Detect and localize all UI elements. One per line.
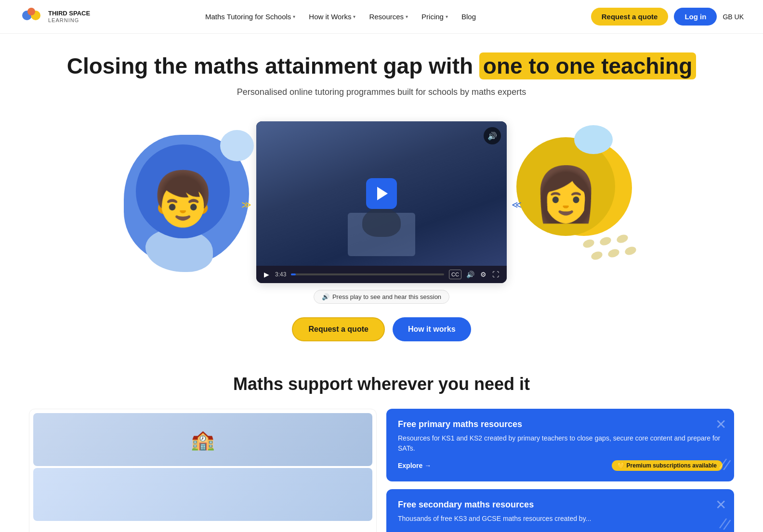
svg-point-8 [624, 246, 637, 257]
nav-how-it-works[interactable]: How it Works ▾ [309, 13, 355, 21]
cta-how-it-works-button[interactable]: How it works [393, 317, 471, 341]
svg-point-3 [582, 238, 595, 249]
primary-card-title: Free primary maths resources [398, 419, 723, 429]
logo-icon [19, 5, 43, 29]
primary-explore-link[interactable]: Explore → [398, 462, 431, 469]
logo-line1: THIRD SPACE [48, 10, 90, 17]
student-avatar-circle: 👦 [136, 144, 230, 238]
logo[interactable]: THIRD SPACE LEARNING [19, 5, 90, 29]
nav-request-quote-button[interactable]: Request a quote [591, 8, 669, 26]
chevron-down-icon: ▾ [353, 14, 355, 19]
student-silhouette: 👦 [150, 172, 216, 225]
svg-point-2 [27, 8, 35, 15]
video-player: 🔊 ▶ 3:43 CC 🔊 ⚙ ⛶ [256, 121, 507, 283]
heart-icon: 💛 [618, 462, 625, 469]
hero-title: Closing the maths attainment gap with on… [10, 53, 753, 79]
nav-links: Maths Tutoring for Schools ▾ How it Work… [205, 13, 476, 21]
support-grid: 🏫 One to one tutoring trusted by schools… [29, 409, 734, 532]
hero-section: Closing the maths attainment gap with on… [0, 34, 763, 121]
svg-point-7 [607, 248, 620, 259]
tutoring-images: 🏫 [29, 409, 376, 525]
svg-point-6 [590, 250, 604, 261]
video-volume-button[interactable]: 🔊 [465, 270, 475, 279]
nav-resources[interactable]: Resources ▾ [369, 13, 408, 21]
video-play-control-button[interactable]: ▶ [263, 270, 270, 279]
tutoring-image-bottom [33, 468, 372, 521]
navbar: THIRD SPACE LEARNING Maths Tutoring for … [0, 0, 763, 34]
support-section-title: Maths support wherever you need it [29, 374, 734, 394]
video-play-button[interactable] [366, 178, 397, 209]
video-settings-button[interactable]: ⚙ [479, 270, 487, 279]
logo-text: THIRD SPACE LEARNING [48, 10, 90, 23]
cta-buttons: Request a quote How it works [0, 317, 763, 341]
tutoring-card: 🏫 One to one tutoring trusted by schools… [29, 409, 377, 532]
dots-decoration [579, 234, 642, 270]
press-play-hint: 🔊 Press play to see and hear this sessio… [314, 290, 449, 304]
plus-decoration-icon: ✕ [715, 416, 726, 432]
teacher-silhouette: 👩 [533, 168, 599, 221]
video-controls-bar: ▶ 3:43 CC 🔊 ⚙ ⛶ [256, 266, 507, 283]
video-volume-top-button[interactable]: 🔊 [484, 127, 501, 144]
logo-line2: LEARNING [48, 17, 90, 23]
hero-subtitle: Personalised online tutoring programmes … [10, 87, 753, 97]
secondary-resources-card: ✕ Free secondary maths resources Thousan… [386, 489, 734, 532]
video-cc-button[interactable]: CC [449, 270, 461, 279]
sparkle-left: ≫ [241, 199, 251, 210]
support-section: Maths support wherever you need it 🏫 One… [0, 355, 763, 532]
nav-maths-tutoring[interactable]: Maths Tutoring for Schools ▾ [205, 13, 295, 21]
svg-point-4 [599, 236, 612, 247]
nav-actions: Request a quote Log in GB UK [591, 8, 744, 26]
premium-badge: 💛 Premium subscriptions available [612, 460, 723, 471]
hand-shape [362, 208, 401, 237]
tutoring-text-area: One to one tutoring trusted by schools P… [29, 525, 376, 532]
speaker-icon: 🔊 [322, 293, 329, 300]
sparkle-right: ≪ [512, 199, 522, 210]
video-progress-fill [291, 273, 296, 275]
video-progress-bar[interactable] [291, 273, 444, 275]
play-triangle-icon [377, 187, 388, 200]
primary-resources-card: ✕ Free primary maths resources Resources… [386, 409, 734, 481]
video-section: 👦 ≫ 🔊 ▶ 3:43 C [92, 121, 671, 283]
cta-request-quote-button[interactable]: Request a quote [292, 317, 384, 341]
chevron-down-icon: ▾ [293, 14, 295, 19]
arrow-right-icon: → [424, 462, 431, 469]
resource-cards: ✕ Free primary maths resources Resources… [386, 409, 734, 532]
primary-card-desc: Resources for KS1 and KS2 created by pri… [398, 433, 723, 454]
nav-blog[interactable]: Blog [461, 13, 476, 21]
video-fullscreen-button[interactable]: ⛶ [491, 270, 500, 279]
nav-login-button[interactable]: Log in [674, 8, 717, 26]
chevron-down-icon: ▾ [406, 14, 408, 19]
blob-light-top-right [574, 125, 613, 154]
video-time: 3:43 [275, 271, 286, 278]
slash-decoration: // [718, 455, 732, 475]
video-control-icons: CC 🔊 ⚙ ⛶ [449, 270, 500, 279]
chevron-down-icon: ▾ [446, 14, 448, 19]
secondary-card-desc: Thousands of free KS3 and GCSE maths res… [398, 514, 723, 524]
secondary-card-title: Free secondary maths resources [398, 500, 723, 510]
teacher-image-right: 👩 ≪ [507, 130, 642, 274]
svg-point-5 [616, 234, 629, 245]
volume-icon: 🔊 [487, 131, 497, 141]
locale-selector[interactable]: GB UK [723, 13, 744, 21]
nav-pricing[interactable]: Pricing ▾ [421, 13, 448, 21]
primary-card-footer: Explore → 💛 Premium subscriptions availa… [398, 460, 723, 471]
blob-sky [220, 130, 254, 161]
video-thumbnail: 🔊 [256, 121, 507, 266]
press-play-area: 🔊 Press play to see and hear this sessio… [0, 283, 763, 304]
tutoring-image-top: 🏫 [33, 413, 372, 466]
student-image-left: 👦 ≫ [121, 130, 256, 274]
classroom-icon: 🏫 [191, 428, 215, 451]
plus-decoration-icon-2: ✕ [715, 497, 726, 513]
